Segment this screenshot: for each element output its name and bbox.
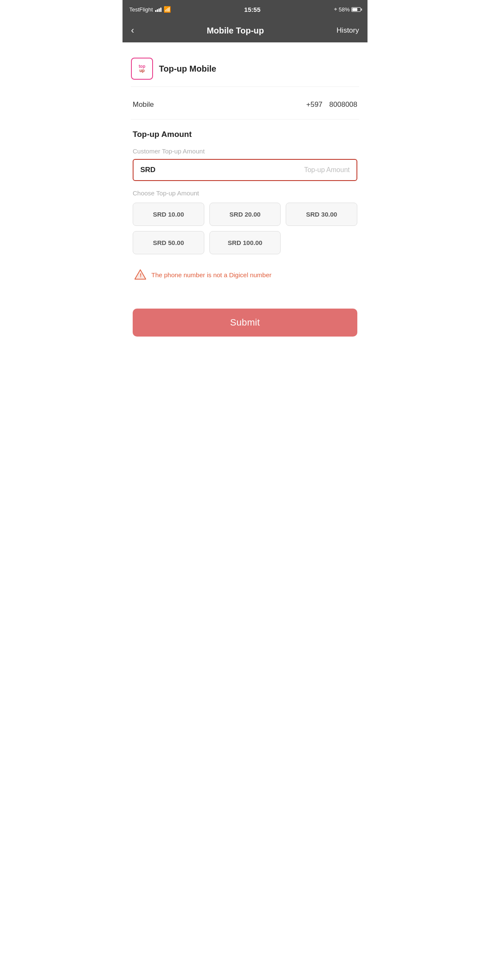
error-section: ! The phone number is not a Digicel numb…	[133, 264, 357, 285]
amount-grid-row1: SRD 10.00 SRD 20.00 SRD 30.00	[133, 203, 357, 226]
mobile-row: Mobile +597 8008008	[131, 90, 359, 120]
mobile-label: Mobile	[133, 100, 306, 109]
page-title: Mobile Top-up	[207, 26, 264, 36]
back-button[interactable]: ‹	[131, 25, 134, 36]
amount-grid-row2: SRD 50.00 SRD 100.00	[133, 231, 357, 254]
currency-label: SRD	[140, 166, 156, 174]
choose-amount-label: Choose Top-up Amount	[133, 189, 357, 197]
mobile-number: 8008008	[329, 100, 357, 109]
provider-logo-bottom: up	[139, 69, 145, 73]
amount-btn-100[interactable]: SRD 100.00	[209, 231, 281, 254]
amount-btn-10[interactable]: SRD 10.00	[133, 203, 204, 226]
history-button[interactable]: History	[337, 26, 359, 35]
wifi-icon: 📶	[164, 6, 171, 13]
amount-input-container[interactable]: SRD	[133, 159, 357, 181]
carrier-label: TestFlight	[129, 6, 153, 13]
battery-icon	[351, 7, 361, 12]
provider-name: Top-up Mobile	[159, 64, 216, 74]
error-message: The phone number is not a Digicel number	[151, 271, 272, 278]
status-right: ⌖ 58%	[334, 6, 361, 13]
amount-btn-50[interactable]: SRD 50.00	[133, 231, 204, 254]
provider-logo: top up	[131, 58, 153, 80]
svg-text:!: !	[140, 272, 142, 278]
provider-section: top up Top-up Mobile	[131, 51, 359, 87]
customer-topup-label: Customer Top-up Amount	[133, 148, 357, 155]
navigation-bar: ‹ Mobile Top-up History	[122, 19, 368, 42]
signal-bars-icon	[155, 7, 161, 12]
location-icon: ⌖	[334, 6, 337, 13]
main-content: top up Top-up Mobile Mobile +597 8008008…	[122, 42, 368, 362]
amount-btn-20[interactable]: SRD 20.00	[209, 203, 281, 226]
mobile-country-code: +597	[306, 100, 323, 109]
battery-percent: 58%	[339, 6, 350, 13]
warning-icon: !	[134, 269, 146, 281]
topup-amount-title: Top-up Amount	[133, 130, 357, 139]
submit-section: Submit	[131, 309, 359, 354]
topup-amount-input[interactable]	[159, 166, 350, 174]
status-bar: TestFlight 📶 15:55 ⌖ 58%	[122, 0, 368, 19]
status-time: 15:55	[244, 6, 260, 13]
status-left: TestFlight 📶	[129, 6, 171, 13]
amount-btn-30[interactable]: SRD 30.00	[286, 203, 357, 226]
topup-amount-section: Top-up Amount Customer Top-up Amount SRD…	[131, 120, 359, 309]
submit-button[interactable]: Submit	[133, 309, 357, 337]
